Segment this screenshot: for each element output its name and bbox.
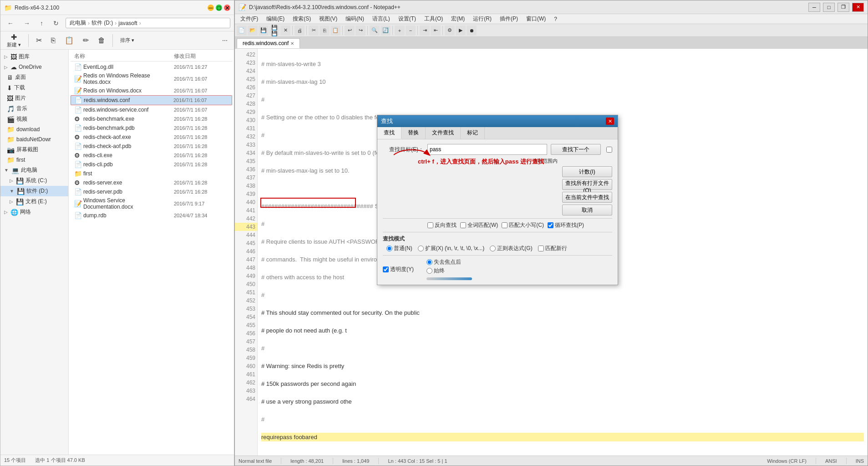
menu-settings[interactable]: 设置(T) — [395, 14, 420, 24]
column-name[interactable]: 名称 — [74, 52, 174, 60]
find-next-btn[interactable]: 查找下一个 — [551, 144, 601, 155]
tb-macro3[interactable]: ⏺ — [467, 26, 477, 36]
menu-encoding[interactable]: 编码(N) — [342, 14, 368, 24]
file-row-server-pdb[interactable]: 📄 redis-server.pdb 2016/7/1 16:28 — [71, 187, 232, 196]
more-btn[interactable]: ⋯ — [219, 36, 230, 45]
file-row-benchmark-pdb[interactable]: 📄 redis-benchmark.pdb 2016/7/1 16:28 — [71, 123, 232, 133]
menu-window[interactable]: 窗口(W) — [523, 14, 549, 24]
tab-conf[interactable]: redis.windows.conf ✕ — [237, 38, 300, 48]
sidebar-item-download[interactable]: ⬇ 下载 — [0, 82, 68, 93]
sidebar-item-e[interactable]: ▷ 💾 文档 (E:) — [0, 196, 68, 207]
sidebar-item-music[interactable]: 🎵 音乐 — [0, 103, 68, 114]
file-row-dump[interactable]: 📄 dump.rdb 2024/4/7 18:34 — [71, 211, 232, 220]
cut-btn[interactable]: ✂ — [33, 35, 45, 46]
paste-btn[interactable]: 📋 — [62, 35, 76, 46]
sidebar-item-desktop[interactable]: 🖥 桌面 — [0, 72, 68, 82]
find-search-input[interactable] — [427, 144, 547, 155]
menu-tools[interactable]: 工具(O) — [421, 14, 447, 24]
find-radio-lose-focus-input[interactable] — [426, 259, 432, 265]
find-transparency-cb[interactable]: 透明度(Y) — [383, 266, 414, 273]
tb-print[interactable]: 🖨 — [294, 26, 305, 36]
tb-redo[interactable]: ↪ — [355, 26, 365, 36]
sort-btn[interactable]: 排序 ▾ — [117, 36, 137, 45]
find-radio-always-input[interactable] — [426, 268, 432, 274]
column-date[interactable]: 修改日期 — [174, 52, 228, 60]
file-row-first[interactable]: 📁 first — [71, 169, 232, 178]
find-radio-normal[interactable]: 普通(N) — [386, 245, 412, 252]
tb-new[interactable]: 📄 — [237, 26, 247, 36]
file-row-service-conf[interactable]: 📄 redis.windows-service.conf 2016/7/1 16… — [71, 105, 232, 114]
rename-btn[interactable]: ✏ — [80, 35, 91, 46]
explorer-close-btn[interactable]: ✕ — [224, 5, 230, 11]
sidebar-item-dl-folder[interactable]: 📁 download — [0, 124, 68, 134]
find-radio-regex-input[interactable] — [490, 246, 496, 251]
find-cancel-btn[interactable]: 取消 — [562, 205, 612, 215]
find-transparency-input[interactable] — [383, 266, 389, 272]
up-btn[interactable]: ↑ — [37, 18, 46, 29]
explorer-minimize-btn[interactable]: ─ — [208, 5, 214, 11]
file-row-server-exe[interactable]: ⚙ redis-server.exe 2016/7/1 16:28 — [71, 178, 232, 187]
file-row-benchmark-exe[interactable]: ⚙ redis-benchmark.exe 2016/7/1 16:28 — [71, 114, 232, 123]
back-btn[interactable]: ← — [4, 18, 17, 29]
tb-open[interactable]: 📂 — [248, 26, 258, 36]
refresh-btn[interactable]: ↻ — [50, 18, 62, 29]
sidebar-item-thispc[interactable]: ▼ 💻 此电脑 — [0, 165, 68, 175]
tb-paste[interactable]: 📋 — [330, 26, 340, 36]
menu-macro[interactable]: 宏(M) — [447, 14, 468, 24]
find-tab-in-files[interactable]: 文件查找 — [426, 127, 461, 139]
sidebar-item-video[interactable]: 🎬 视频 — [0, 114, 68, 124]
tb-copy[interactable]: ⎘ — [320, 26, 330, 36]
sidebar-item-screenshots[interactable]: 📷 屏幕截图 — [0, 144, 68, 155]
sidebar-item-network[interactable]: ▷ 🌐 网络 — [0, 207, 68, 217]
delete-btn[interactable]: 🗑 — [95, 36, 108, 46]
file-row-check-aof-exe[interactable]: ⚙ redis-check-aof.exe 2016/7/1 16:28 — [71, 133, 232, 142]
find-wrap-input[interactable] — [548, 222, 553, 228]
find-all-open-btn[interactable]: 查找所有打开文件(O) — [562, 179, 612, 190]
notepad-restore-btn[interactable]: ❐ — [838, 3, 849, 12]
find-match-case-input[interactable] — [502, 222, 508, 228]
sidebar-item-onedrive[interactable]: ▷ ☁ OneDrive — [0, 62, 68, 72]
menu-view[interactable]: 视图(V) — [315, 14, 341, 24]
find-reverse-cb[interactable]: 反向查找 — [427, 221, 457, 229]
explorer-maximize-btn[interactable]: □ — [216, 5, 222, 11]
find-wrap-cb[interactable]: 循环查找(P) — [548, 221, 584, 229]
menu-edit[interactable]: 编辑(E) — [263, 14, 288, 24]
file-row-release-notes[interactable]: 📝 Redis on Windows Release Notes.docx 20… — [71, 72, 232, 86]
file-row-conf[interactable]: 📄 redis.windows.conf 2016/7/1 16:07 — [71, 95, 232, 105]
find-tab-replace[interactable]: 替换 — [401, 127, 426, 139]
tb-find[interactable]: 🔍 — [370, 26, 380, 36]
menu-search[interactable]: 搜索(S) — [289, 14, 315, 24]
tb-macro2[interactable]: ▶ — [456, 26, 466, 36]
find-count-btn[interactable]: 计数(I) — [562, 166, 612, 177]
tb-zoom-out[interactable]: − — [406, 26, 416, 36]
menu-help[interactable]: ? — [550, 15, 561, 23]
find-radio-normal-input[interactable] — [386, 246, 392, 251]
find-tab-mark[interactable]: 标记 — [461, 127, 485, 139]
tb-close[interactable]: ✕ — [280, 26, 290, 36]
tb-outdent[interactable]: ⇤ — [431, 26, 441, 36]
find-tab-find[interactable]: 查找 — [377, 127, 401, 139]
copy-btn[interactable]: ⎘ — [48, 36, 58, 46]
find-radio-extended[interactable]: 扩展(X) (\n, \r, \t, \0, \x...) — [418, 245, 485, 252]
find-radio-always[interactable]: 始终 — [426, 267, 472, 275]
tb-macro1[interactable]: ⚙ — [445, 26, 455, 36]
tb-undo[interactable]: ↩ — [345, 26, 355, 36]
menu-language[interactable]: 语言(L) — [369, 14, 394, 24]
sidebar-item-pictures[interactable]: 🖼 图片 — [0, 93, 68, 103]
file-row-cli-exe[interactable]: ⚙ redis-cli.exe 2016/7/1 16:28 — [71, 151, 232, 160]
forward-btn[interactable]: → — [20, 18, 33, 29]
find-in-current-btn[interactable]: 在当前文件中查找 — [562, 192, 612, 203]
tb-indent[interactable]: ⇥ — [420, 26, 430, 36]
tb-zoom-in[interactable]: + — [395, 26, 405, 36]
file-row-eventlog[interactable]: 📄 EventLog.dll 2016/7/1 16:27 — [71, 62, 232, 72]
find-newline-input[interactable] — [538, 246, 544, 251]
sidebar-item-c[interactable]: ▷ 💾 系统 (C:) — [0, 175, 68, 186]
find-radio-extended-input[interactable] — [418, 246, 424, 251]
find-whole-word-input[interactable] — [460, 222, 466, 228]
tb-replace[interactable]: 🔄 — [381, 26, 391, 36]
find-match-case-cb[interactable]: 匹配大小写(C) — [502, 221, 544, 229]
tab-conf-close[interactable]: ✕ — [290, 41, 294, 46]
file-row-check-aof-pdb[interactable]: 📄 redis-check-aof.pdb 2016/7/1 16:28 — [71, 142, 232, 151]
find-radio-lose-focus[interactable]: 失去焦点后 — [426, 258, 472, 266]
menu-plugins[interactable]: 插件(P) — [496, 14, 522, 24]
